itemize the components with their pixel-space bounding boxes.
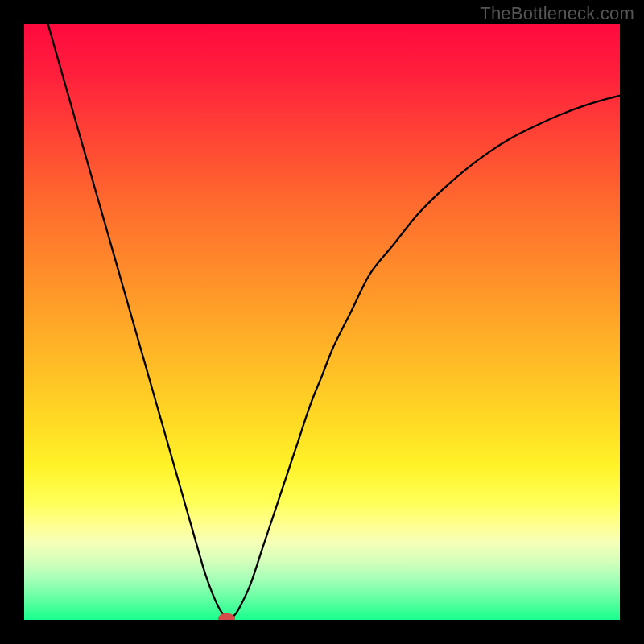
optimal-point-marker [218,613,235,620]
chart-svg [24,24,620,620]
gradient-background [24,24,620,620]
chart-frame: TheBottleneck.com [0,0,644,644]
plot-area [24,24,620,620]
watermark-text: TheBottleneck.com [480,3,634,24]
